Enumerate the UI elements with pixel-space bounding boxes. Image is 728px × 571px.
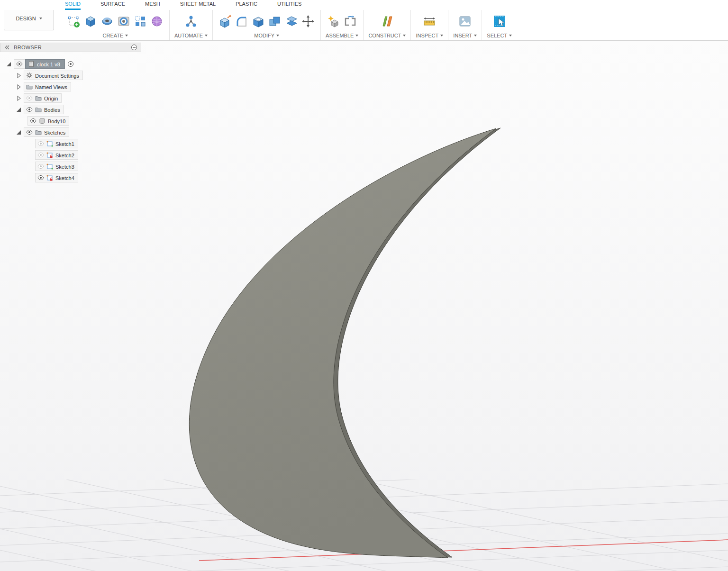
automate-group-label[interactable]: AUTOMATE [174,32,208,39]
press-pull-icon[interactable] [218,14,233,29]
folder-icon [35,95,42,101]
eye-visible-icon[interactable] [26,129,33,136]
tab-mesh[interactable]: MESH [145,0,160,10]
expand-arrow-icon[interactable] [16,129,22,136]
browser-title: BROWSER [14,45,42,50]
configure-icon[interactable] [183,14,199,29]
toolbar-group-modify: MODIFY [213,10,321,40]
tree-item-label: Sketch3 [55,163,74,170]
tree-row-document-settings[interactable]: Document Settings [16,70,141,81]
eye-hidden-icon[interactable] [37,140,44,147]
toolbar-group-create: CREATE [62,10,170,40]
chevron-down-icon [125,35,128,36]
design-workspace-dropdown[interactable]: DESIGN [4,7,54,30]
tree-item-label: Sketch4 [55,175,74,181]
folder-icon [35,129,42,136]
tree-row-sketch4[interactable]: Sketch4 [35,172,141,183]
insert-group-label[interactable]: INSERT [453,32,477,39]
hole-icon[interactable] [116,14,131,29]
tree-item-label: Sketches [44,129,65,136]
folder-icon [35,106,42,113]
chevron-down-icon [440,35,443,36]
combine-icon[interactable] [267,14,282,29]
joint-icon[interactable] [343,14,358,29]
select-group-label[interactable]: SELECT [487,32,512,39]
tab-surface[interactable]: SURFACE [100,0,125,10]
toolbar-group-select: SELECT [482,10,517,40]
sketch-locked-icon [46,152,53,158]
extrude-icon[interactable] [83,14,98,29]
collapsed-arrow-icon[interactable] [16,95,22,101]
sketch-icon [46,140,53,147]
tree-row-sketch1[interactable]: Sketch1 [35,138,141,149]
tree-row-root[interactable]: clock 1 v8 [6,58,141,70]
tree-row-sketches[interactable]: Sketches [16,127,141,138]
eye-hidden-icon[interactable] [37,152,44,158]
tree-row-sketch3[interactable]: Sketch3 [35,161,141,172]
eye-hidden-icon[interactable] [26,95,33,101]
toolbar-group-insert: INSERT [448,10,482,40]
collapsed-arrow-icon[interactable] [16,84,22,90]
gear-icon [26,72,33,79]
modify-group-label[interactable]: MODIFY [254,32,279,39]
create-sketch-icon[interactable] [66,14,82,29]
tree-item-label: Bodies [44,107,60,113]
tree-row-sketch2[interactable]: Sketch2 [35,149,141,161]
construct-group-label[interactable]: CONSTRUCT [368,32,406,39]
tree-row-bodies[interactable]: Bodies [16,104,141,115]
collapsed-arrow-icon[interactable] [16,73,22,79]
new-component-icon[interactable] [326,14,341,29]
tab-sheet-metal[interactable]: SHEET METAL [180,0,216,10]
shell-icon[interactable] [251,14,266,29]
chevron-down-icon [509,35,512,36]
toolbar-group-construct: CONSTRUCT [364,10,411,40]
pattern-icon[interactable] [133,14,148,29]
tree-item-label: Origin [44,95,58,101]
create-form-icon[interactable] [149,14,164,29]
chevron-down-icon [355,35,358,36]
tree-row-named-views[interactable]: Named Views [16,81,141,92]
document-icon [28,61,35,67]
move-copy-icon[interactable] [300,14,316,29]
tab-plastic[interactable]: PLASTIC [236,0,257,10]
assemble-group-label[interactable]: ASSEMBLE [326,32,358,39]
construction-plane-icon[interactable] [380,14,395,29]
chevron-down-icon [205,35,208,36]
revolve-icon[interactable] [100,14,115,29]
main-toolbar: DESIGN CREATE [0,10,728,41]
design-label: DESIGN [16,16,36,21]
tree-item-label: Body10 [48,118,65,124]
eye-hidden-icon[interactable] [37,163,44,170]
collapse-panel-icon[interactable] [4,44,10,51]
tab-utilities[interactable]: UTILITIES [277,0,301,10]
root-chip[interactable]: clock 1 v8 [14,59,65,69]
expand-arrow-icon[interactable] [6,61,12,67]
eye-visible-icon[interactable] [37,174,44,181]
browser-panel: BROWSER clock 1 v8 Document Settings [0,43,141,183]
body-crescent[interactable] [189,128,496,558]
tab-solid[interactable]: SOLID [65,0,81,10]
chevron-down-icon [474,35,477,36]
tree-item-label: Sketch2 [55,152,74,158]
chevron-down-icon [276,35,279,36]
fillet-icon[interactable] [234,14,249,29]
folder-icon [26,83,33,90]
root-selected-highlight[interactable]: clock 1 v8 [25,59,65,69]
chevron-down-icon [403,35,406,36]
eye-visible-icon[interactable] [16,61,23,67]
browser-tree: clock 1 v8 Document Settings Named Views [0,52,141,183]
insert-canvas-icon[interactable] [457,14,473,29]
expand-arrow-icon[interactable] [16,107,22,113]
circle-minus-icon[interactable] [131,44,137,51]
tree-row-body10[interactable]: Body10 [27,115,141,127]
activate-component-radio-icon[interactable] [67,61,74,67]
inspect-group-label[interactable]: INSPECT [416,32,443,39]
browser-header[interactable]: BROWSER [0,43,141,52]
measure-icon[interactable] [422,14,437,29]
select-icon[interactable] [492,14,507,29]
tree-row-origin[interactable]: Origin [16,92,141,104]
eye-visible-icon[interactable] [26,106,33,113]
create-group-label[interactable]: CREATE [103,32,128,39]
split-body-icon[interactable] [284,14,299,29]
eye-visible-icon[interactable] [30,118,36,124]
